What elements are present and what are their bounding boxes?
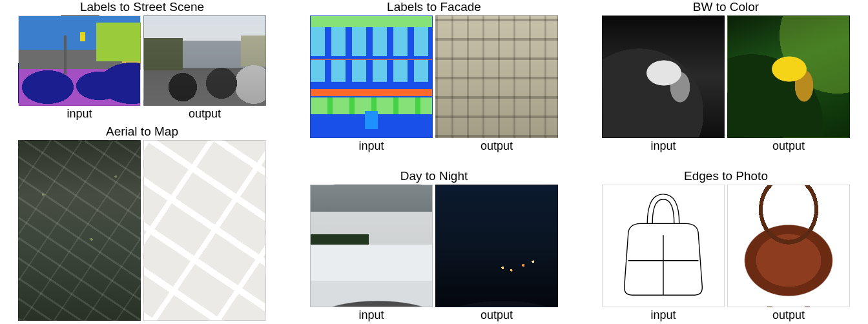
panel-day: Day to Night input output <box>297 169 571 324</box>
panel-title-street: Labels to Street Scene <box>80 0 204 14</box>
label-bw-output: output <box>772 139 805 153</box>
tile-edges-output-wrap: output <box>727 185 850 322</box>
image-aerial-output <box>143 140 266 321</box>
tile-bw-output-wrap: output <box>727 15 850 153</box>
panel-facade: Labels to Facade input output <box>297 0 571 167</box>
tile-day-input-wrap: input <box>310 185 433 322</box>
panel-title-bw: BW to Color <box>693 0 759 14</box>
tile-facade-input-wrap: input <box>310 15 433 153</box>
tile-street-input-wrap: input <box>18 15 141 121</box>
panel-aerial: Aerial to Map input output <box>5 125 279 324</box>
pair-facade: input output <box>310 15 558 153</box>
label-facade-input: input <box>358 139 384 153</box>
tile-edges-input-wrap: input <box>602 185 725 322</box>
label-facade-output: output <box>480 139 513 153</box>
bag-line-art-icon <box>603 185 724 307</box>
pair-day: input output <box>310 185 558 322</box>
panel-title-aerial: Aerial to Map <box>106 125 178 139</box>
pair-edges: input output <box>602 185 850 322</box>
tile-street-output-wrap: output <box>143 15 266 121</box>
tile-aerial-input-wrap: input <box>18 140 141 324</box>
pair-aerial: input output <box>18 140 266 324</box>
image-street-output <box>143 15 266 106</box>
image-street-input <box>18 15 141 106</box>
tile-facade-output-wrap: output <box>435 15 558 153</box>
label-street-input: input <box>67 107 92 121</box>
image-day-output <box>435 185 558 307</box>
image-facade-input <box>310 15 433 138</box>
label-street-output: output <box>189 107 221 121</box>
tile-aerial-output-wrap: output <box>143 140 266 324</box>
label-day-output: output <box>480 309 513 322</box>
left-column: Labels to Street Scene input output Aeri… <box>5 0 279 324</box>
pair-bw: input output <box>602 15 850 153</box>
panel-title-day: Day to Night <box>400 169 468 183</box>
label-edges-input: input <box>650 309 676 322</box>
panel-edges: Edges to Photo input <box>589 169 863 324</box>
tile-bw-input-wrap: input <box>602 15 725 153</box>
pair-street: input output <box>18 15 266 121</box>
figure-grid: Labels to Street Scene input output Aeri… <box>0 0 868 324</box>
image-edges-output <box>727 185 850 307</box>
image-edges-input <box>602 185 725 307</box>
image-aerial-input <box>18 140 141 321</box>
tile-day-output-wrap: output <box>435 185 558 322</box>
label-day-input: input <box>358 309 384 322</box>
label-edges-output: output <box>772 309 805 322</box>
image-day-input <box>310 185 433 307</box>
image-facade-output <box>435 15 558 138</box>
panel-title-edges: Edges to Photo <box>684 169 768 183</box>
image-bw-output <box>727 15 850 138</box>
panel-title-facade: Labels to Facade <box>387 0 481 14</box>
panel-bw: BW to Color input output <box>589 0 863 167</box>
label-bw-input: input <box>650 139 676 153</box>
image-bw-input <box>602 15 725 138</box>
panel-street: Labels to Street Scene input output <box>5 0 279 121</box>
